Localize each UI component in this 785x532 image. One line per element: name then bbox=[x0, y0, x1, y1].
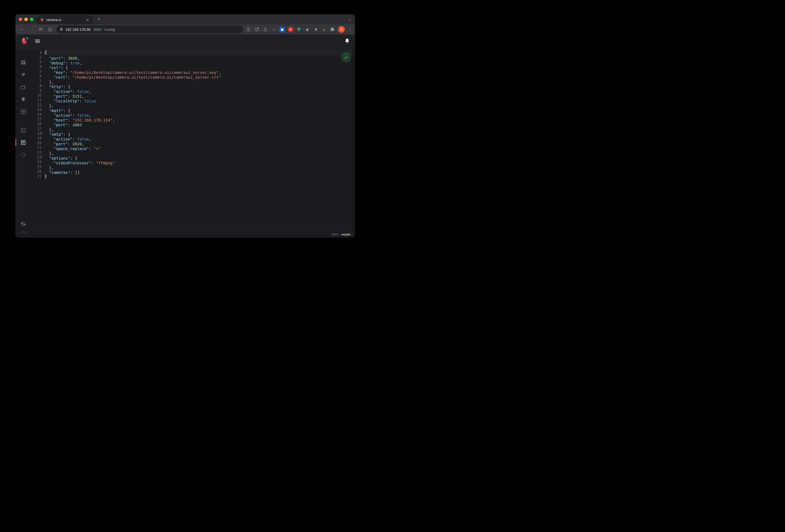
notifications-bell-icon[interactable] bbox=[344, 38, 350, 45]
sidebar-item-config[interactable] bbox=[18, 137, 29, 148]
code-line[interactable]: "cert": "/home/pi/Desktop/camera.ui/test… bbox=[45, 74, 352, 79]
code-line[interactable]: "ssl": { bbox=[45, 64, 352, 69]
code-editor[interactable]: 1▾234▾5678▾910111213▾1415161718▾19202122… bbox=[31, 49, 355, 231]
code-line[interactable]: "mqtt": { bbox=[45, 107, 352, 112]
share-icon[interactable] bbox=[262, 27, 268, 32]
editor-wrap: 1▾234▾5678▾910111213▾1415161718▾19202122… bbox=[31, 49, 355, 238]
sidebar-item-dashboard[interactable] bbox=[18, 57, 29, 68]
back-button[interactable]: ← bbox=[18, 26, 25, 33]
code-line[interactable]: "http": { bbox=[45, 83, 352, 88]
tab-favicon-icon bbox=[40, 18, 44, 22]
app: v1.0.0 1▾234▾5678▾910111213▾1415161718▾1… bbox=[16, 34, 355, 238]
app-header bbox=[16, 34, 355, 49]
profile-avatar[interactable]: S bbox=[338, 26, 345, 33]
svg-point-15 bbox=[21, 153, 25, 157]
code-line[interactable]: "smtp": { bbox=[45, 131, 352, 136]
extension-icon[interactable]: ▣ bbox=[279, 27, 285, 32]
url-port: :8081 bbox=[93, 27, 102, 32]
toolbar-icons: ⚿ ☆ ▣ ● ◉ ❋ ▲ S ⋮ bbox=[246, 26, 352, 33]
url-host: 192.168.178.98 bbox=[65, 27, 91, 32]
sidebar-item-camview[interactable] bbox=[18, 106, 29, 117]
svg-rect-4 bbox=[21, 63, 23, 65]
code-line[interactable]: "host": "192.168.178.114", bbox=[45, 117, 352, 122]
svg-rect-10 bbox=[21, 128, 25, 132]
titlebar: camera.ui ✕ + ⌄ bbox=[16, 14, 355, 24]
minimize-window-button[interactable] bbox=[24, 18, 28, 21]
browser-toolbar: ← → ⟳ 192.168.178.98:8081/config ⚿ ☆ ▣ ● bbox=[16, 24, 355, 34]
sidebar-item-settings[interactable] bbox=[18, 218, 29, 230]
close-window-button[interactable] bbox=[19, 18, 22, 21]
sidebar-item-cameras[interactable] bbox=[18, 69, 29, 80]
reload-button[interactable]: ⟳ bbox=[37, 26, 44, 33]
code-line[interactable]: "space_replace": "+" bbox=[45, 145, 352, 150]
app-version: v1.0.0 bbox=[19, 231, 27, 234]
code-line[interactable]: "port": 3600, bbox=[45, 55, 352, 60]
browser-tab[interactable]: camera.ui ✕ bbox=[37, 16, 93, 24]
code-line[interactable]: "active": false, bbox=[45, 88, 352, 93]
maximize-window-button[interactable] bbox=[30, 18, 33, 21]
editor-gutter: 1▾234▾5678▾910111213▾1415161718▾19202122… bbox=[31, 50, 45, 231]
svg-rect-3 bbox=[24, 62, 25, 64]
menu-toggle-button[interactable] bbox=[34, 38, 41, 45]
footer-year: 2022 bbox=[331, 233, 339, 236]
tab-close-icon[interactable]: ✕ bbox=[86, 18, 90, 22]
lock-icon bbox=[60, 27, 63, 32]
code-line[interactable]: "key": "/home/pi/Desktop/camera.ui/test/… bbox=[45, 69, 352, 74]
key-icon[interactable]: ⚿ bbox=[246, 27, 251, 32]
code-line[interactable]: "videoProcessor": "ffmpeg" bbox=[45, 160, 352, 164]
app-footer: 2022 - seydx bbox=[31, 231, 355, 238]
svg-rect-1 bbox=[21, 60, 23, 62]
tab-title: camera.ui bbox=[46, 18, 61, 22]
extension-icon[interactable]: ● bbox=[288, 27, 293, 32]
svg-rect-2 bbox=[24, 60, 25, 61]
extension-icon[interactable]: ◉ bbox=[305, 27, 310, 32]
footer-author: seydx bbox=[341, 233, 351, 236]
code-line[interactable]: "active": false, bbox=[45, 136, 352, 140]
url-bar[interactable]: 192.168.178.98:8081/config bbox=[56, 25, 243, 33]
open-external-icon[interactable] bbox=[254, 27, 260, 32]
browser-window: camera.ui ✕ + ⌄ ← → ⟳ 192.168.178.98:808… bbox=[16, 14, 355, 238]
sidebar: v1.0.0 bbox=[16, 49, 31, 238]
url-path: /config bbox=[104, 27, 115, 32]
traffic-lights bbox=[19, 18, 33, 21]
home-button[interactable] bbox=[47, 26, 53, 33]
code-line[interactable]: "debug": true, bbox=[45, 60, 352, 64]
code-line[interactable]: }, bbox=[45, 126, 352, 131]
sidebar-item-notifications[interactable] bbox=[18, 94, 29, 105]
extension-vue-icon[interactable] bbox=[296, 27, 302, 32]
svg-rect-6 bbox=[21, 86, 25, 89]
sidebar-item-recordings[interactable] bbox=[18, 81, 29, 93]
sidebar-item-utilization[interactable] bbox=[18, 149, 29, 160]
code-line[interactable]: "options": { bbox=[45, 155, 352, 160]
extension-icon[interactable]: ❋ bbox=[313, 27, 319, 32]
extensions-puzzle-icon[interactable] bbox=[330, 27, 335, 32]
code-line[interactable]: "active": false, bbox=[45, 112, 352, 117]
extension-icon[interactable]: ▲ bbox=[321, 27, 327, 32]
bookmark-star-icon[interactable]: ☆ bbox=[271, 27, 277, 32]
svg-point-0 bbox=[26, 37, 28, 39]
code-line[interactable]: } bbox=[45, 174, 352, 179]
save-button[interactable] bbox=[341, 52, 351, 62]
forward-button[interactable]: → bbox=[28, 26, 34, 33]
sidebar-item-console[interactable] bbox=[18, 125, 29, 136]
app-logo-icon bbox=[21, 37, 29, 46]
browser-menu-icon[interactable]: ⋮ bbox=[348, 27, 352, 32]
tab-list-chevron-icon[interactable]: ⌄ bbox=[348, 17, 352, 22]
app-body: v1.0.0 1▾234▾5678▾910111213▾1415161718▾1… bbox=[16, 49, 355, 238]
editor-code[interactable]: {"port": 3600,"debug": true,"ssl": {"key… bbox=[45, 50, 355, 231]
code-line[interactable]: "localhttp": false bbox=[45, 98, 352, 103]
code-line[interactable]: "cameras": [] bbox=[45, 169, 352, 174]
new-tab-button[interactable]: + bbox=[95, 16, 103, 23]
code-line[interactable]: { bbox=[45, 50, 352, 55]
